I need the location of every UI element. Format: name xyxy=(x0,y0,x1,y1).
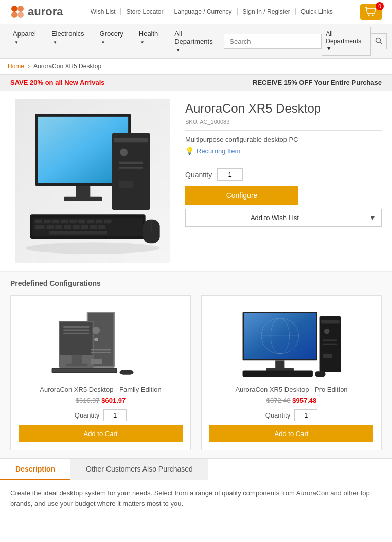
configure-button[interactable]: Configure xyxy=(185,186,298,205)
config-grid: AuroraCon XR5 Desktop - Family Edition $… xyxy=(10,295,382,450)
top-nav: aurora Wish List Store Locator Language … xyxy=(0,0,392,24)
pro-edition-price: $872.48 $957.48 xyxy=(209,396,373,404)
svg-rect-14 xyxy=(114,138,148,142)
tab-health[interactable]: Health ▼ xyxy=(131,24,167,58)
tab-description[interactable]: Description xyxy=(0,459,70,480)
tabs-header: Description Other Customers Also Purchas… xyxy=(0,459,392,480)
tab-other-customers[interactable]: Other Customers Also Purchased xyxy=(70,459,208,480)
svg-point-6 xyxy=(376,38,381,42)
family-edition-price: $616.97 $601.97 xyxy=(19,396,183,404)
breadcrumb-separator: › xyxy=(28,63,30,70)
svg-rect-28 xyxy=(96,220,103,223)
svg-rect-54 xyxy=(91,352,111,353)
wishlist-button[interactable]: Add to Wish List xyxy=(185,209,364,227)
svg-rect-22 xyxy=(44,220,51,223)
cart-icon xyxy=(365,7,377,16)
product-description: Multipurpose configurable desktop PC xyxy=(185,136,382,143)
svg-point-41 xyxy=(25,242,159,254)
electronics-caret: ▼ xyxy=(53,40,57,45)
family-new-price: $601.97 xyxy=(101,396,126,404)
product-info: AuroraCon XR5 Desktop SKU: AC_100089 Mul… xyxy=(185,99,382,263)
svg-rect-23 xyxy=(52,220,60,223)
svg-rect-16 xyxy=(119,162,143,164)
svg-rect-21 xyxy=(35,220,42,223)
sku-value: AC_100089 xyxy=(200,119,229,125)
breadcrumb-home[interactable]: Home xyxy=(8,63,24,70)
product-sku: SKU: AC_100089 xyxy=(185,119,382,125)
pro-qty-label: Quantity xyxy=(265,411,290,419)
family-qty-input[interactable] xyxy=(103,409,127,421)
wish-list-link[interactable]: Wish List xyxy=(85,8,121,15)
pro-qty-input[interactable] xyxy=(294,409,317,421)
recurring-icon: 💡 xyxy=(185,147,194,155)
tab-apparel[interactable]: Apparel ▼ xyxy=(5,24,44,58)
predefined-title: Predefined Configurations xyxy=(10,279,382,287)
breadcrumb: Home › AuroraCon XR5 Desktop xyxy=(0,59,392,74)
svg-rect-36 xyxy=(90,225,97,229)
svg-point-68 xyxy=(324,329,329,334)
family-desktop-image xyxy=(49,306,152,378)
logo[interactable]: aurora xyxy=(10,5,63,19)
tab-grocery[interactable]: Grocery ▼ xyxy=(92,24,131,58)
svg-rect-47 xyxy=(65,364,87,366)
logo-text: aurora xyxy=(28,5,63,19)
family-edition-name: AuroraCon XR5 Desktop - Family Edition xyxy=(19,386,183,393)
search-department-dropdown[interactable]: All Departments ▼ xyxy=(322,27,371,56)
quantity-label: Quantity xyxy=(185,171,212,179)
quantity-input[interactable] xyxy=(217,168,243,181)
svg-rect-53 xyxy=(91,349,111,351)
product-divider-2 xyxy=(185,160,382,160)
svg-rect-24 xyxy=(61,220,68,223)
grocery-caret: ▼ xyxy=(101,40,105,45)
sign-in-link[interactable]: Sign In / Register xyxy=(238,8,296,15)
product-divider xyxy=(185,130,382,131)
promo-left-text: SAVE 20% on all New Arrivals xyxy=(10,79,105,86)
product-title: AuroraCon XR5 Desktop xyxy=(185,101,382,116)
tab-electronics[interactable]: Electronics ▼ xyxy=(44,24,92,58)
config-card-family: AuroraCon XR5 Desktop - Family Edition $… xyxy=(10,295,191,450)
svg-rect-46 xyxy=(71,355,82,364)
quick-links-link[interactable]: Quick Links xyxy=(296,8,338,15)
svg-rect-32 xyxy=(55,225,62,229)
svg-point-15 xyxy=(120,149,128,156)
wishlist-dropdown-button[interactable]: ▼ xyxy=(364,209,382,227)
category-nav: Apparel ▼ Electronics ▼ Grocery ▼ Health… xyxy=(0,24,392,59)
svg-rect-55 xyxy=(91,359,102,364)
svg-point-51 xyxy=(92,327,100,334)
svg-point-3 xyxy=(17,12,24,18)
search-button[interactable] xyxy=(371,33,387,49)
family-add-to-cart-button[interactable]: Add to Cart xyxy=(19,425,183,442)
health-caret: ▼ xyxy=(140,40,145,45)
tab-all-departments[interactable]: All Departments ▼ xyxy=(167,24,224,58)
svg-rect-50 xyxy=(63,333,89,334)
desktop-computer-image xyxy=(21,104,165,258)
recurring-label: Recurring Item xyxy=(197,147,240,155)
svg-rect-70 xyxy=(323,344,337,345)
pro-new-price: $957.48 xyxy=(292,396,316,404)
promo-right: RECEIVE 15% OFF Your Entire Purchase xyxy=(253,79,382,86)
svg-point-52 xyxy=(94,338,98,341)
svg-rect-49 xyxy=(63,329,89,331)
quantity-row: Quantity xyxy=(185,168,382,181)
pro-add-to-cart-button[interactable]: Add to Cart xyxy=(209,425,373,442)
category-tabs: Apparel ▼ Electronics ▼ Grocery ▼ Health… xyxy=(5,24,224,58)
cart-button[interactable]: 0 xyxy=(360,4,382,20)
svg-rect-58 xyxy=(119,370,133,375)
search-input[interactable] xyxy=(224,34,322,49)
family-qty-row: Quantity xyxy=(19,409,183,421)
cart-badge: 0 xyxy=(376,2,384,10)
svg-rect-34 xyxy=(73,225,80,229)
svg-point-5 xyxy=(372,15,374,16)
config-card-pro: AuroraCon XR5 Desktop - Pro Edition $872… xyxy=(201,295,382,450)
pro-old-price: $872.48 xyxy=(266,396,291,404)
family-qty-label: Quantity xyxy=(75,411,99,419)
language-currency-link[interactable]: Language / Currency xyxy=(169,8,238,15)
svg-point-4 xyxy=(368,15,370,16)
svg-point-0 xyxy=(11,6,17,12)
wishlist-row: Add to Wish List ▼ xyxy=(185,209,382,227)
store-locator-link[interactable]: Store Locator xyxy=(121,8,169,15)
config-image-family xyxy=(19,303,183,381)
recurring-item[interactable]: 💡 Recurring Item xyxy=(185,147,382,155)
tabs-section: Description Other Customers Also Purchas… xyxy=(0,458,392,517)
svg-rect-18 xyxy=(119,181,133,188)
